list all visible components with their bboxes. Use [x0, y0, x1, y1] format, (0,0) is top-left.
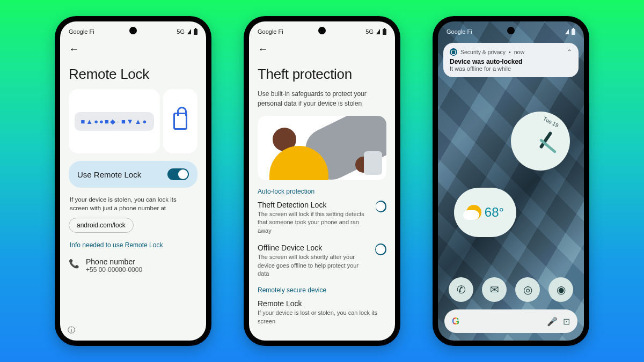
network-label: 5G	[365, 28, 374, 35]
option-title: Theft Detection Lock	[258, 201, 370, 209]
signal-icon	[376, 29, 380, 34]
status-bar: Google Fi	[438, 21, 584, 40]
theft-illustration	[258, 116, 386, 180]
description-text: If your device is stolen, you can lock i…	[70, 195, 196, 212]
remote-lock-row[interactable]: Remote Lock If your device is lost or st…	[258, 299, 386, 326]
messages-app-icon[interactable]: ✉	[482, 277, 507, 302]
row-title: Phone number	[86, 257, 142, 266]
phone-theft-protection: Google Fi 5G ← Theft protection Use buil…	[244, 16, 400, 346]
toggle-switch[interactable]	[376, 201, 386, 212]
row-subtitle: +55 00-00000-0000	[86, 266, 142, 274]
page-title: Theft protection	[258, 66, 386, 83]
carrier-label: Google Fi	[447, 28, 472, 35]
url-pill[interactable]: android.com/lock	[69, 218, 134, 233]
carrier-label: Google Fi	[69, 28, 94, 35]
lock-icon	[173, 113, 187, 130]
status-bar: Google Fi 5G	[249, 21, 395, 40]
phone-remote-lock: Google Fi 5G ← Remote Lock ■▲●●■◆–■▼▲● U…	[55, 16, 211, 346]
signal-icon	[187, 29, 191, 34]
notification-card[interactable]: Security & privacy • now ⌃ Device was au…	[443, 43, 579, 77]
mic-icon[interactable]: 🎤	[547, 316, 558, 327]
illustration-card: ■▲●●■◆–■▼▲●	[69, 89, 160, 153]
google-logo-icon: G	[452, 316, 459, 327]
battery-icon	[572, 29, 575, 35]
section-auto-lock: Auto-lock protection	[258, 188, 386, 195]
section-remote-secure: Remotely secure device	[258, 286, 386, 294]
page-title: Remote Lock	[69, 66, 197, 83]
sun-icon	[466, 205, 481, 220]
weather-widget[interactable]: 68°	[454, 188, 516, 237]
toggle-label: Use Remote Lock	[77, 170, 141, 179]
info-icon[interactable]: ⓘ	[68, 326, 75, 335]
notification-body: It was offline for a while	[450, 65, 572, 72]
phone-icon: 📞	[69, 258, 78, 269]
network-label: 5G	[177, 28, 185, 35]
notification-title: Device was auto-locked	[450, 58, 572, 65]
toggle-switch[interactable]	[375, 243, 386, 255]
phone-app-icon[interactable]: ✆	[449, 277, 473, 302]
option-subtitle: If your device is lost or stolen, you ca…	[258, 309, 386, 326]
notification-app: Security & privacy	[460, 49, 506, 55]
option-subtitle: The screen will lock shortly after your …	[258, 253, 370, 278]
camera-app-icon[interactable]: ◉	[548, 277, 573, 302]
shield-icon	[450, 48, 457, 56]
info-link[interactable]: Info needed to use Remote Lock	[70, 241, 196, 249]
notification-time: now	[514, 49, 524, 55]
clock-widget[interactable]: Tue 19	[511, 112, 570, 171]
status-bar: Google Fi 5G	[60, 21, 206, 40]
battery-icon	[383, 29, 386, 35]
passcode-glyphs: ■▲●●■◆–■▼▲●	[75, 112, 155, 131]
app-dock: ✆ ✉ ◎ ◉	[438, 277, 584, 302]
lock-card	[163, 89, 197, 153]
back-button[interactable]: ←	[69, 40, 197, 58]
battery-icon	[194, 29, 197, 35]
phone-number-row[interactable]: 📞 Phone number +55 00-00000-0000	[69, 257, 197, 274]
theft-detection-lock-row[interactable]: Theft Detection Lock The screen will loc…	[258, 201, 386, 235]
page-subtitle: Use built-in safeguards to protect your …	[258, 89, 386, 108]
offline-device-lock-row[interactable]: Offline Device Lock The screen will lock…	[258, 243, 386, 278]
lens-icon[interactable]: ⊡	[563, 316, 570, 327]
search-bar[interactable]: G 🎤 ⊡	[444, 309, 577, 333]
carrier-label: Google Fi	[258, 28, 283, 35]
option-title: Remote Lock	[258, 299, 386, 308]
phone-lockscreen: Google Fi Security & privacy • now ⌃ Dev…	[433, 16, 589, 346]
bullet: •	[509, 49, 511, 55]
option-title: Offline Device Lock	[258, 243, 370, 252]
chrome-app-icon[interactable]: ◎	[515, 277, 540, 302]
signal-icon	[565, 29, 569, 34]
temperature-label: 68°	[485, 205, 504, 220]
use-remote-lock-toggle-row[interactable]: Use Remote Lock	[69, 161, 197, 188]
chevron-up-icon[interactable]: ⌃	[567, 48, 572, 56]
clock-day-label: Tue 19	[542, 115, 559, 128]
toggle-switch[interactable]	[167, 168, 189, 180]
option-subtitle: The screen will lock if this setting det…	[258, 210, 370, 235]
back-button[interactable]: ←	[258, 40, 386, 58]
